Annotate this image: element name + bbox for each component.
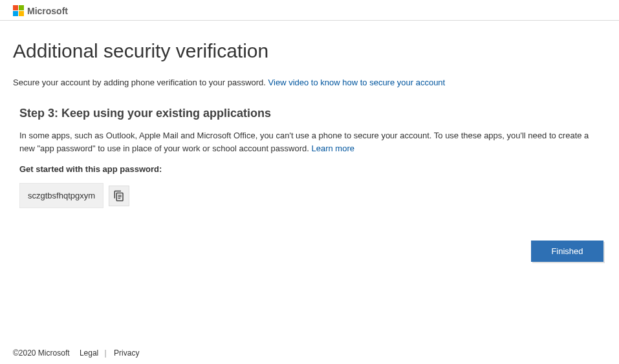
intro-text: Secure your account by adding phone veri… (13, 78, 606, 87)
action-button-row: Finished (531, 241, 603, 262)
step-section: Step 3: Keep using your existing applica… (13, 107, 606, 208)
footer-legal-link[interactable]: Legal (80, 348, 98, 358)
footer: ©2020 Microsoft Legal | Privacy (0, 342, 619, 364)
learn-more-link[interactable]: Learn more (311, 144, 354, 153)
step-title: Step 3: Keep using your existing applica… (19, 107, 600, 120)
step-description-text: In some apps, such as Outlook, Apple Mai… (19, 131, 589, 153)
page-title: Additional security verification (13, 40, 606, 62)
copy-icon (113, 190, 125, 202)
app-password-row: sczgtbsfhqtpgxym (19, 183, 600, 208)
intro-description: Secure your account by adding phone veri… (13, 78, 268, 87)
footer-copyright: ©2020 Microsoft (13, 348, 70, 358)
step-description: In some apps, such as Outlook, Apple Mai… (19, 129, 600, 155)
finished-button[interactable]: Finished (531, 241, 603, 262)
brand-label: Microsoft (27, 6, 68, 16)
view-video-link[interactable]: View video to know how to secure your ac… (268, 78, 446, 87)
footer-privacy-link[interactable]: Privacy (114, 348, 139, 358)
footer-divider: | (105, 348, 107, 358)
microsoft-logo-icon (13, 5, 24, 16)
app-password-display: sczgtbsfhqtpgxym (19, 183, 103, 208)
get-started-label: Get started with this app password: (19, 164, 600, 174)
copy-password-button[interactable] (109, 186, 129, 206)
main-content: Additional security verification Secure … (0, 21, 619, 208)
header: Microsoft (0, 0, 619, 20)
